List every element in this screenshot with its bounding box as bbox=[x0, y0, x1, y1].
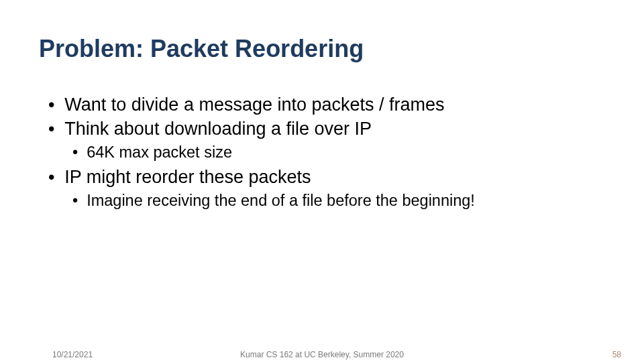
bullet-item: •Want to divide a message into packets /… bbox=[48, 94, 605, 117]
bullet-text: Think about downloading a file over IP bbox=[64, 119, 372, 139]
bullet-icon: • bbox=[48, 166, 64, 189]
slide-content: •Want to divide a message into packets /… bbox=[48, 94, 605, 213]
page-number: 58 bbox=[612, 350, 621, 359]
bullet-text: 64K max packet size bbox=[87, 143, 232, 161]
bullet-icon: • bbox=[72, 190, 87, 211]
sub-bullet-item: •64K max packet size bbox=[72, 142, 605, 163]
slide: Problem: Packet Reordering •Want to divi… bbox=[0, 0, 644, 362]
sub-bullet-item: •Imagine receiving the end of a file bef… bbox=[72, 190, 605, 211]
bullet-icon: • bbox=[72, 142, 87, 163]
bullet-text: IP might reorder these packets bbox=[64, 167, 311, 187]
bullet-icon: • bbox=[48, 118, 64, 141]
bullet-text: Want to divide a message into packets / … bbox=[64, 95, 444, 115]
bullet-item: •Think about downloading a file over IP bbox=[48, 118, 605, 141]
slide-title: Problem: Packet Reordering bbox=[39, 35, 364, 63]
bullet-icon: • bbox=[48, 94, 64, 117]
bullet-text: Imagine receiving the end of a file befo… bbox=[87, 192, 475, 209]
footer-center: Kumar CS 162 at UC Berkeley, Summer 2020 bbox=[0, 350, 644, 359]
bullet-item: •IP might reorder these packets bbox=[48, 166, 605, 189]
